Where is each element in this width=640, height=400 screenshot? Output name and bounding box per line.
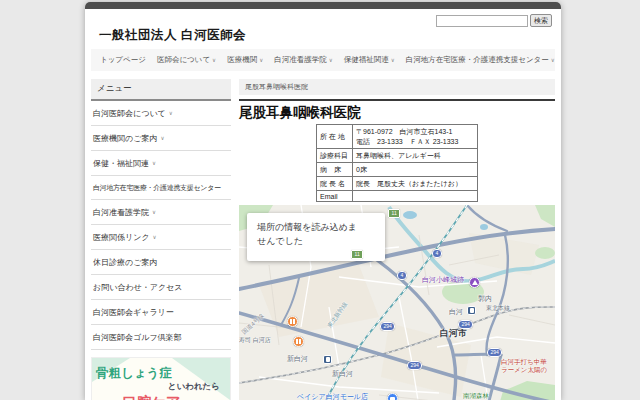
table-row-departments: 診療科目 耳鼻咽喉科、アレルギー科 (317, 149, 478, 163)
site-header: 検索 一般社団法人 白河医師会 (85, 9, 561, 47)
search-area: 検索 (436, 14, 552, 27)
chevron-down-icon: ∨ (259, 57, 263, 63)
map-label-shin-shirakawa: 新白河 (332, 369, 353, 379)
sidebar-item-holiday-care[interactable]: 休日診療のご案内 (91, 250, 231, 275)
site-window: 検索 一般社団法人 白河医師会 トップページ 医師会について∨ 医療機関∨ 白河… (85, 2, 561, 400)
train-glyph (470, 308, 474, 313)
table-row-beds: 病 床 0床 (317, 163, 478, 177)
route-shield: 4 (432, 249, 442, 258)
main-nav: トップページ 医師会について∨ 医療機関∨ 白河准看護学院∨ 保健福祉関連∨ 白… (91, 49, 555, 71)
page-title: 尾股耳鼻咽喉科医院 (239, 104, 555, 122)
sidebar-item-medical-links[interactable]: 医療関係リンク∨ (91, 225, 231, 250)
map[interactable]: 場所の情報を読み込めませんでした 白河小峰城跡 郭内 白河 東北本線 白河市 新… (239, 205, 555, 400)
breadcrumb: 尾股耳鼻咽喉科医院 (239, 79, 555, 95)
route-shield: 294 (407, 361, 422, 370)
route-shield: 294 (458, 320, 473, 329)
map-label-kakunai: 郭内 (478, 294, 492, 304)
map-label-tohoku-main-line: 東北本線 (486, 304, 510, 313)
chevron-down-icon: ∨ (391, 57, 395, 63)
chevron-down-icon: ∨ (160, 135, 164, 141)
sidebar: メニュー 白河医師会について∨ 医療機関のご案内∨ 保健・福祉関連∨ 白河地方在… (91, 79, 231, 400)
map-label-forest-park: 南湖森林公園釜石口 (463, 392, 496, 400)
castle-glyph (472, 280, 478, 285)
search-button[interactable]: 検索 (530, 14, 552, 27)
castle-poi-icon[interactable] (469, 277, 480, 288)
table-row-director: 院 長 名 院長 尾股丈夫（おまたたけお） (317, 177, 478, 191)
map-label-shirakawa-station: 白河 (449, 307, 463, 317)
top-dark-bar (85, 2, 561, 9)
chevron-down-icon: ∨ (212, 57, 216, 63)
sidebar-item-medical-institutions[interactable]: 医療機関のご案内∨ (91, 126, 231, 151)
nav-item-about[interactable]: 医師会について∨ (157, 55, 216, 65)
sidebar-item-about[interactable]: 白河医師会について∨ (91, 101, 231, 126)
sidebar-item-nursing-school[interactable]: 白河准看護学院∨ (91, 200, 231, 225)
sidebar-item-golf-club[interactable]: 白河医師会ゴルフ倶楽部 (91, 325, 231, 350)
sidebar-menu: 白河医師会について∨ 医療機関のご案内∨ 保健・福祉関連∨ 白河地方在宅医療・介… (91, 101, 231, 350)
sidebar-item-gallery[interactable]: 白河医師会ギャラリー (91, 300, 231, 325)
search-input[interactable] (436, 15, 528, 27)
cart-glyph (390, 397, 395, 400)
chevron-down-icon: ∨ (329, 57, 333, 63)
fork-knife-glyph (290, 319, 292, 324)
route-shield: 4 (397, 271, 407, 280)
train-station-icon[interactable] (467, 306, 476, 315)
shopping-poi-icon[interactable] (387, 393, 398, 400)
sidebar-item-health-welfare[interactable]: 保健・福祉関連∨ (91, 151, 231, 176)
sidebar-menu-title: メニュー (91, 79, 231, 101)
chevron-down-icon: ∨ (153, 234, 157, 240)
divider (239, 99, 555, 101)
train-station-icon[interactable] (323, 355, 332, 364)
nav-item-medical-institutions[interactable]: 医療機関∨ (227, 55, 263, 65)
chevron-down-icon: ∨ (551, 57, 555, 63)
clinic-info-table: 所 在 地 〒961-0972 白河市立石143-1電話 23-1333 ＦＡＸ… (316, 124, 478, 202)
content: メニュー 白河医師会について∨ 医療機関のご案内∨ 保健・福祉関連∨ 白河地方在… (85, 71, 561, 400)
chevron-down-icon: ∨ (169, 110, 173, 116)
map-label-sushi-shop: 寿司 白河店 (239, 336, 271, 345)
banner-line1: 骨粗しょう症 (96, 365, 172, 382)
chevron-down-icon: ∨ (152, 209, 156, 215)
route-shield: 294 (380, 322, 395, 331)
table-row-address: 所 在 地 〒961-0972 白河市立石143-1電話 23-1333 ＦＡＸ… (317, 125, 478, 149)
banner-line2: といわれたら (168, 381, 220, 393)
nav-item-nursing-school[interactable]: 白河准看護学院∨ (274, 55, 333, 65)
sidebar-banner[interactable]: 骨粗しょう症 といわれたら 口腔ケア をしましょう (91, 357, 231, 400)
nav-item-homecare-center[interactable]: 白河地方在宅医療・介護連携支援センター∨ (406, 55, 555, 65)
sidebar-item-contact-access[interactable]: お問い合わせ・アクセス (91, 275, 231, 300)
restaurant-poi-icon[interactable] (287, 316, 298, 327)
restaurant-poi-icon[interactable] (293, 336, 304, 347)
nav-item-top-page[interactable]: トップページ (100, 55, 146, 65)
route-shield-green: 11 (351, 250, 363, 259)
route-shield-green: 11 (388, 209, 400, 218)
map-label-castle: 白河小峰城跡 (422, 275, 464, 285)
main-content: 尾股耳鼻咽喉科医院 尾股耳鼻咽喉科医院 所 在 地 〒961-0972 白河市立… (239, 79, 555, 400)
sidebar-item-homecare-center[interactable]: 白河地方在宅医療・介護連携支援センター (91, 176, 231, 200)
map-error-message: 場所の情報を読み込めませんでした (247, 213, 385, 261)
chevron-down-icon: ∨ (152, 160, 156, 166)
map-label-shin-shirakawa: 新白河 (287, 354, 308, 364)
banner-line3: 口腔ケア (122, 393, 181, 400)
table-row-email: Email (317, 191, 478, 202)
train-glyph (326, 357, 330, 362)
site-title[interactable]: 一般社団法人 白河医師会 (99, 27, 246, 44)
map-label-beisia-mall: ベイシア白河モール店 (297, 392, 368, 400)
map-label-ramen-shop: 白河手打ち中華ラーメン太陽の (501, 358, 547, 375)
fork-knife-glyph (296, 339, 298, 344)
route-shield: 294 (487, 348, 502, 357)
nav-item-health-welfare[interactable]: 保健福祉関連∨ (344, 55, 395, 65)
